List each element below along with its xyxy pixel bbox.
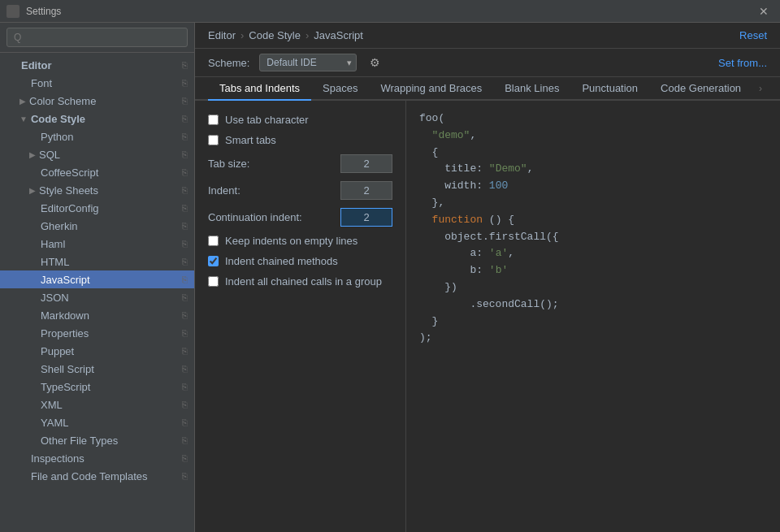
code-token: a: [419, 247, 489, 259]
reset-button[interactable]: Reset [739, 29, 767, 41]
close-button[interactable]: ✕ [754, 3, 774, 19]
copy-icon-typescript: ⎘ [182, 382, 188, 391]
checkbox-use-tab-character[interactable] [208, 115, 219, 125]
search-input[interactable] [6, 28, 188, 47]
code-line: } [419, 314, 767, 331]
arrow-icon-code-style: ▼ [20, 115, 28, 123]
field-input-indent[interactable] [340, 181, 392, 200]
sidebar-item-label-code-style: Code Style [31, 113, 85, 125]
sidebar-item-editor[interactable]: Editor⎘ [0, 56, 194, 74]
code-line: width: 100 [419, 178, 767, 195]
tab-blank-lines[interactable]: Blank Lines [493, 77, 570, 101]
sidebar-item-haml[interactable]: Haml⎘ [0, 235, 194, 253]
code-line: foo( [419, 110, 767, 128]
sidebar-item-html[interactable]: HTML⎘ [0, 253, 194, 270]
code-token: } [419, 315, 438, 327]
breadcrumb-editor[interactable]: Editor [208, 29, 236, 41]
sidebar-item-python[interactable]: Python⎘ [0, 128, 194, 145]
sidebar-item-puppet[interactable]: Puppet⎘ [0, 342, 194, 360]
checkbox-indent-all-chained-calls[interactable] [208, 276, 219, 287]
sidebar-item-markdown[interactable]: Markdown⎘ [0, 306, 194, 324]
sidebar-item-code-style[interactable]: ▼Code Style⎘ [0, 110, 194, 128]
code-token: "Demo" [489, 162, 527, 175]
code-token: .secondCall(); [419, 298, 559, 310]
code-token [419, 129, 432, 141]
copy-icon-coffeescript: ⎘ [182, 167, 188, 177]
tab-code-generation[interactable]: Code Generation [649, 77, 752, 101]
arrow-icon-style-sheets: ▶ [29, 186, 36, 195]
sidebar-section: Editor⎘Font⎘▶Color Scheme⎘▼Code Style⎘Py… [0, 53, 194, 488]
code-token: , [470, 129, 476, 141]
tab-punctuation[interactable]: Punctuation [570, 77, 649, 101]
scheme-select-wrap: Default IDE [259, 54, 357, 71]
field-row-tab-size: Tab size: [208, 154, 392, 173]
checkbox-label-smart-tabs: Smart tabs [225, 134, 276, 146]
settings-panel: Use tab characterSmart tabsTab size:Inde… [195, 101, 406, 532]
sidebar-item-label-other-file-types: Other File Types [41, 435, 118, 447]
sidebar-item-font[interactable]: Font⎘ [0, 74, 194, 92]
sidebar-item-xml[interactable]: XML⎘ [0, 396, 194, 413]
code-token: title: [419, 162, 489, 175]
sidebar-item-typescript[interactable]: TypeScript⎘ [0, 378, 194, 396]
scheme-label: Scheme: [208, 57, 249, 69]
title-bar: Settings ✕ [0, 0, 780, 23]
code-token: ); [419, 331, 432, 344]
checkbox-smart-tabs[interactable] [208, 135, 219, 145]
checkbox-label-indent-all-chained-calls: Indent all chained calls in a group [225, 275, 382, 288]
code-token: "demo" [432, 129, 470, 141]
sidebar-item-color-scheme[interactable]: ▶Color Scheme⎘ [0, 92, 194, 110]
copy-icon-shell-script: ⎘ [182, 364, 188, 374]
copy-icon-other-file-types: ⎘ [182, 435, 188, 445]
sidebar-item-editorconfig[interactable]: EditorConfig⎘ [0, 199, 194, 217]
checkbox-label-use-tab-character: Use tab character [225, 114, 309, 126]
sidebar-item-other-file-types[interactable]: Other File Types⎘ [0, 431, 194, 449]
checkbox-label-indent-chained-methods: Indent chained methods [225, 255, 338, 267]
field-label-continuation-indent: Continuation indent: [208, 211, 334, 223]
sidebar-item-style-sheets[interactable]: ▶Style Sheets⎘ [0, 181, 194, 199]
sidebar-item-label-sql: SQL [39, 149, 60, 161]
title-bar-title: Settings [26, 6, 754, 17]
sidebar-item-label-color-scheme: Color Scheme [29, 95, 96, 107]
scheme-row: Scheme: Default IDE ⚙ Set from... [195, 49, 780, 77]
code-line: { [419, 145, 767, 162]
sidebar: Editor⎘Font⎘▶Color Scheme⎘▼Code Style⎘Py… [0, 23, 195, 532]
tab-tabs-and-indents[interactable]: Tabs and Indents [208, 77, 311, 101]
code-token: function [432, 214, 483, 226]
sidebar-item-label-coffeescript: CoffeeScript [41, 167, 98, 179]
code-token: , [527, 162, 534, 175]
field-row-continuation-indent: Continuation indent: [208, 208, 392, 227]
sidebar-item-properties[interactable]: Properties⎘ [0, 324, 194, 342]
sidebar-item-shell-script[interactable]: Shell Script⎘ [0, 360, 194, 378]
tab-more[interactable]: › [752, 78, 769, 101]
gear-button[interactable]: ⚙ [366, 54, 384, 71]
sidebar-item-label-markdown: Markdown [41, 309, 89, 322]
code-line: object.firstCall({ [419, 229, 767, 246]
sidebar-item-label-yaml: YAML [41, 417, 68, 429]
sidebar-item-yaml[interactable]: YAML⎘ [0, 413, 194, 431]
sidebar-item-gherkin[interactable]: Gherkin⎘ [0, 217, 194, 235]
sidebar-item-file-and-code-templates[interactable]: File and Code Templates⎘ [0, 467, 194, 485]
checkbox-indent-chained-methods[interactable] [208, 256, 219, 266]
sidebar-item-label-file-and-code-templates: File and Code Templates [31, 470, 148, 482]
breadcrumb-sep-1: › [240, 29, 244, 41]
sidebar-item-coffeescript[interactable]: CoffeeScript⎘ [0, 163, 194, 181]
checkbox-row-keep-indents-empty: Keep indents on empty lines [208, 235, 392, 247]
sidebar-item-label-typescript: TypeScript [41, 381, 90, 393]
checkbox-keep-indents-empty[interactable] [208, 236, 219, 246]
copy-icon-font: ⎘ [182, 78, 188, 88]
sidebar-item-inspections[interactable]: Inspections⎘ [0, 449, 194, 467]
field-input-continuation-indent[interactable] [340, 208, 392, 227]
set-from-button[interactable]: Set from... [718, 57, 767, 69]
search-box [0, 23, 194, 53]
sidebar-item-javascript[interactable]: JavaScript⎘ [0, 270, 194, 288]
copy-icon-style-sheets: ⎘ [182, 185, 188, 195]
code-token: () { [483, 214, 514, 226]
tab-wrapping-and-braces[interactable]: Wrapping and Braces [369, 77, 493, 101]
sidebar-item-label-html: HTML [41, 256, 69, 268]
sidebar-item-sql[interactable]: ▶SQL⎘ [0, 145, 194, 163]
breadcrumb-code-style[interactable]: Code Style [249, 29, 301, 41]
tab-spaces[interactable]: Spaces [311, 77, 369, 101]
field-input-tab-size[interactable] [340, 154, 392, 173]
scheme-select[interactable]: Default IDE [259, 54, 357, 71]
sidebar-item-json[interactable]: JSON⎘ [0, 288, 194, 306]
